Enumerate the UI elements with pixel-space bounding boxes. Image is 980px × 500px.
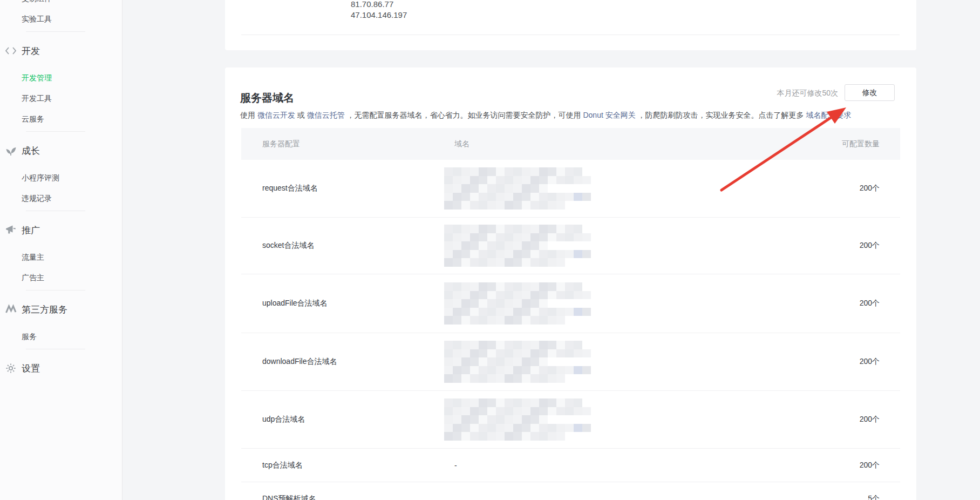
sidebar-divider — [26, 290, 85, 290]
sidebar-item-云服务[interactable]: 云服务 — [22, 115, 44, 123]
cell-server-config: DNS预解析域名 — [262, 494, 316, 500]
column-header-domain: 域名 — [454, 139, 469, 149]
cell-server-config: request合法域名 — [262, 184, 318, 193]
sidebar-item-list: 服务 — [0, 333, 122, 340]
description-link[interactable]: Donut 安全网关 — [583, 111, 635, 119]
table-row-uploadFile合法域名: uploadFile合法域名200个 — [241, 274, 900, 333]
sidebar-item-违规记录[interactable]: 违规记录 — [22, 194, 52, 202]
description-link[interactable]: 微信云托管 — [307, 111, 345, 119]
sidebar-section-label: 第三方服务 — [22, 303, 67, 316]
sidebar-section-label: 推广 — [22, 224, 40, 237]
sidebar-group-第三方服务: 第三方服务服务 — [0, 302, 122, 340]
cell-server-config: udp合法域名 — [262, 415, 305, 424]
sidebar-group-成长: 成长小程序评测违规记录 — [0, 144, 122, 202]
description-text: ，防爬防刷防攻击，实现业务安全。点击了解更多 — [636, 111, 806, 119]
sidebar-item-流量主[interactable]: 流量主 — [22, 253, 44, 261]
sidebar-section-开发[interactable]: 开发 — [0, 44, 122, 58]
table-row-udp合法域名: udp合法域名200个 — [241, 391, 900, 449]
megaphone-icon — [4, 224, 17, 237]
redacted-domain-blur — [444, 225, 591, 267]
column-header-server-config: 服务器配置 — [262, 139, 300, 149]
card-description: 使用 微信云开发 或 微信云托管 ，无需配置服务器域名，省心省力。如业务访问需要… — [240, 110, 851, 120]
table-body: request合法域名200个socket合法域名200个uploadFile合… — [241, 160, 900, 500]
sidebar-section-第三方服务[interactable]: 第三方服务 — [0, 302, 122, 316]
sidebar-item-实验工具[interactable]: 实验工具 — [22, 15, 52, 23]
sidebar-item-小程序评测[interactable]: 小程序评测 — [22, 174, 59, 181]
sidebar-item-交易组件[interactable]: 交易组件 — [22, 0, 52, 2]
sidebar-item-list: 流量主广告主 — [0, 253, 122, 281]
column-header-quota: 可配置数量 — [842, 139, 880, 149]
redacted-domain-blur — [444, 341, 591, 383]
sidebar-group-设置: 设置 — [0, 361, 122, 375]
sidebar-item-开发工具[interactable]: 开发工具 — [22, 94, 52, 102]
cell-quota: 200个 — [860, 357, 880, 367]
sidebar-divider — [26, 211, 85, 211]
server-domain-card: 服务器域名 本月还可修改50次 修改 使用 微信云开发 或 微信云托管 ，无需配… — [225, 67, 916, 500]
sidebar-group: 交易组件实验工具 — [0, 0, 122, 23]
description-text: ，无需配置服务器域名，省心省力。如业务访问需要安全防护，可使用 — [345, 111, 583, 119]
table-row-downloadFile合法域名: downloadFile合法域名200个 — [241, 333, 900, 391]
table-row-socket合法域名: socket合法域名200个 — [241, 218, 900, 274]
sidebar-group-开发: 开发开发管理开发工具云服务 — [0, 44, 122, 123]
cell-server-config: uploadFile合法域名 — [262, 299, 328, 308]
monthly-quota-text: 本月还可修改50次 — [777, 89, 838, 98]
sidebar-group-推广: 推广流量主广告主 — [0, 223, 122, 281]
sidebar-section-设置[interactable]: 设置 — [0, 361, 122, 375]
cell-server-config: socket合法域名 — [262, 241, 314, 251]
sidebar-item-开发管理[interactable]: 开发管理 — [22, 74, 52, 82]
cell-quota: 200个 — [860, 415, 880, 424]
cell-quota: 5个 — [868, 494, 880, 500]
page-title: 服务器域名 — [240, 91, 294, 105]
sidebar-divider — [26, 31, 85, 32]
sidebar: 交易组件实验工具开发开发管理开发工具云服务成长小程序评测违规记录推广流量主广告主… — [0, 0, 122, 500]
cell-server-config: tcp合法域名 — [262, 461, 303, 470]
sidebar-item-list: 交易组件实验工具 — [0, 0, 122, 23]
page-background: { "sidebar": { "active_color": "#07c160"… — [0, 0, 980, 500]
gear-icon — [4, 362, 17, 375]
ip-address: 81.70.86.77 — [351, 0, 407, 10]
sidebar-menu: 交易组件实验工具开发开发管理开发工具云服务成长小程序评测违规记录推广流量主广告主… — [0, 0, 122, 375]
sidebar-item-广告主[interactable]: 广告主 — [22, 274, 44, 281]
table-row-DNS预解析域名: DNS预解析域名5个 — [241, 482, 900, 500]
ip-address: 47.104.146.197 — [351, 10, 407, 21]
cell-quota: 200个 — [860, 461, 880, 470]
sprout-icon — [4, 144, 17, 157]
cell-domain: - — [454, 461, 457, 470]
sidebar-section-label: 开发 — [22, 45, 40, 57]
table-header-row: 服务器配置 域名 可配置数量 — [241, 128, 900, 160]
description-link[interactable]: 域名配置要求 — [806, 111, 851, 119]
sidebar-divider — [26, 131, 85, 132]
sidebar-section-label: 成长 — [22, 145, 40, 157]
ip-address-list: 81.70.86.7747.104.146.197 — [351, 0, 407, 21]
cell-quota: 200个 — [860, 184, 880, 193]
sidebar-section-推广[interactable]: 推广 — [0, 223, 122, 237]
redacted-domain-blur — [444, 167, 591, 210]
modify-button[interactable]: 修改 — [845, 84, 895, 101]
ip-whitelist-card: 81.70.86.7747.104.146.197 — [225, 0, 916, 50]
sidebar-item-list: 小程序评测违规记录 — [0, 174, 122, 202]
sidebar-item-服务[interactable]: 服务 — [22, 333, 37, 340]
cell-quota: 200个 — [860, 299, 880, 308]
sidebar-divider — [26, 349, 85, 349]
redacted-domain-blur — [444, 398, 591, 441]
table-row-tcp合法域名: tcp合法域名-200个 — [241, 449, 900, 482]
description-link[interactable]: 微信云开发 — [257, 111, 295, 119]
sidebar-item-list: 开发管理开发工具云服务 — [0, 74, 122, 123]
sidebar-section-label: 设置 — [22, 362, 40, 375]
sidebar-section-成长[interactable]: 成长 — [0, 144, 122, 158]
domain-table: 服务器配置 域名 可配置数量 request合法域名200个socket合法域名… — [241, 128, 900, 500]
card-divider — [241, 35, 900, 35]
cell-quota: 200个 — [860, 241, 880, 251]
cell-server-config: downloadFile合法域名 — [262, 357, 337, 367]
redacted-domain-blur — [444, 282, 591, 325]
description-text: 使用 — [240, 111, 257, 119]
description-text: 或 — [295, 111, 307, 119]
code-icon — [4, 44, 17, 57]
table-row-request合法域名: request合法域名200个 — [241, 160, 900, 218]
third-party-icon — [4, 303, 17, 316]
